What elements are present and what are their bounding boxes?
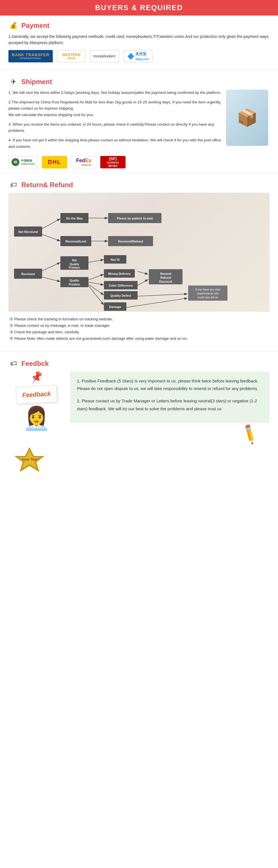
alipay-text: 支付宝 [135, 52, 146, 56]
shipment-layout: 1. We will sent the items within 2-5days… [8, 90, 270, 153]
western-union-logo: WESTERN UNION [57, 50, 85, 62]
refund-list-item-4: ④ Please Note: Men made defects are not … [8, 336, 270, 342]
feedback-layout: 📌 Feedback 👩‍💼 1. Positive Feedback (5 S… [8, 371, 270, 442]
arrow-nr-lost [42, 234, 60, 241]
shipment-para-3: 3. When you receive the items you ordere… [8, 121, 222, 134]
arrow-qp-cd [89, 282, 104, 285]
qp-label1: Quality [70, 279, 79, 282]
feedback-icon: 🏷 [8, 359, 19, 369]
payment-description: 1.Generally, we accept the following pay… [8, 33, 270, 46]
shipment-heading: Shipment [21, 78, 52, 86]
else-req-label2: requirements you [197, 292, 218, 295]
wu-inner: WESTERN UNION [62, 53, 80, 60]
arrow-qp-qd [89, 284, 104, 295]
gold-badge-container: Your Text [8, 446, 270, 473]
nqp-label3: Problem [69, 266, 80, 269]
feedback-para-1: 1. Positive Feedback (5 Stars) is very i… [77, 377, 263, 393]
feedback-heading: Feedbck [21, 360, 48, 368]
shipment-person-image: 📦 [226, 90, 268, 146]
feedback-card: Feedback [16, 385, 57, 404]
feedback-right-col: 1. Positive Feedback (5 Stars) is very i… [70, 371, 270, 442]
payment-title-row: 💰 Payment [8, 21, 270, 31]
return-icon: 🏷 [8, 180, 19, 190]
payment-logos: BANK TRANSFER INTERNATIONAL WESTERN UNIO… [8, 50, 270, 62]
shipment-image-col: 📦 [224, 90, 270, 153]
payment-heading: Payment [21, 22, 49, 30]
rrd-label2: Refund [160, 276, 171, 279]
refund-list-item-2: ② Please contact us by meesage, e-mail, … [8, 322, 270, 329]
alipay-inner: 🔷 支付宝 Alipay.com [127, 52, 149, 61]
not-fit-label: Not fit [111, 258, 119, 261]
arrow-qp-dmg [89, 285, 104, 305]
onway-label: On the Way [66, 217, 83, 220]
feedback-person: 👩‍💼 [23, 405, 50, 432]
not-received-label: Not Received [18, 230, 38, 234]
rrd-label1: Resend [160, 272, 171, 275]
pencil-container: ✏️ [70, 426, 258, 442]
feedback-card-label: Feedback [22, 390, 51, 399]
shipment-text-col: 1. We will sent the items within 2-5days… [8, 90, 222, 153]
dhl-logo: DHL [42, 156, 67, 168]
shipment-para-1: 1. We will sent the items within 2-5days… [8, 90, 222, 96]
feedback-section: 🏷 Feedbck 📌 Feedback 👩‍💼 1. Positive Fee… [0, 353, 278, 478]
pin-icon: 📌 [29, 370, 44, 385]
payment-section: 💰 Payment 1.Generally, we accept the fol… [0, 16, 278, 68]
mb-logo-text: moneybookers [94, 54, 116, 58]
pencil-icon: ✏️ [238, 422, 262, 445]
arrow-nr-onway [42, 219, 60, 229]
fedex-ex: Ex [85, 158, 91, 163]
gold-badge-svg: Your Text [8, 446, 50, 472]
refund-list-item-3: ③ Check the package and Item, carefully. [8, 329, 270, 336]
refund-list: ① Please check the tracking in formation… [8, 316, 270, 342]
qp-label2: Problem [69, 283, 80, 286]
alipay-icon: 🔷 [127, 53, 134, 60]
page-header: BUYERS & REQUIRED [0, 0, 278, 16]
wu-logo-bot: UNION [67, 57, 75, 60]
chinapost-icon: ✉ [11, 158, 20, 166]
arrow-qp-wd [89, 274, 104, 280]
sf-top: (SF) [109, 156, 116, 161]
feedback-para-2: 2. Please contact us by Trade Manager or… [77, 397, 263, 413]
arrow-r-nqp [42, 262, 60, 271]
chinapost-logo: ✉ 中国邮政 CHINA POST [8, 156, 38, 168]
flowchart-container: Not Received On the Way Please be patien… [8, 193, 270, 312]
received-refund-label: Received/Refund [118, 240, 143, 243]
color-diff-label: Color Difference [109, 284, 133, 287]
shipment-icon: ✈ [8, 77, 19, 87]
moneybookers-logo: moneybookers [90, 50, 119, 62]
return-heading: Return& Refund [21, 181, 73, 189]
chinapost-text2: CHINA POST [21, 163, 35, 165]
arrow-nqp-notfit [89, 260, 104, 262]
nqp-label1: Not [72, 259, 77, 262]
quality-defect-label: Quality Defect [110, 294, 131, 297]
bank-transfer-logo: BANK TRANSFER INTERNATIONAL [8, 50, 53, 62]
badge-text: Your Text [22, 458, 37, 461]
rrd-label3: Discount [159, 280, 172, 283]
arrow-r-qp [42, 277, 60, 282]
else-req-label3: could also tell us [198, 296, 218, 299]
refund-list-item-1: ① Please check the tracking in formation… [8, 316, 270, 322]
alipay-logo: 🔷 支付宝 Alipay.com [124, 50, 152, 62]
bank-logo-main: BANK TRANSFER [12, 53, 49, 57]
arrow-qd-else [138, 294, 187, 296]
arrow-wd-rrd [138, 272, 148, 274]
shipment-title-row: ✈ Shipment [8, 77, 270, 87]
dhl-text: DHL [48, 159, 61, 165]
else-req-label1: If you have any else [196, 288, 220, 291]
bank-logo-sub: INTERNATIONAL [20, 57, 41, 60]
payment-icon: 💰 [8, 21, 19, 31]
received-label: Received [21, 272, 35, 276]
sf-text: EXPRESS [107, 161, 119, 164]
alipay-domain: Alipay.com [135, 58, 149, 61]
sf-subtext: 顺丰速运 [108, 164, 117, 167]
feedback-image-col: 📌 Feedback 👩‍💼 [8, 371, 65, 432]
flowchart-svg: Not Received On the Way Please be patien… [8, 193, 270, 311]
nqp-label2: Quality [70, 263, 79, 266]
feedback-title-row: 🏷 Feedbck [8, 359, 270, 369]
return-refund-section: 🏷 Return& Refund Not Received On [0, 175, 278, 350]
wrong-delivery-label: Wrong Delivery [108, 272, 131, 275]
feedback-content-box: 1. Positive Feedback (5 Stars) is very i… [70, 371, 270, 423]
sf-logo: (SF) EXPRESS 顺丰速运 [100, 156, 126, 168]
fedex-fed: Fed [76, 158, 85, 163]
damage-label: Damage [109, 305, 121, 309]
